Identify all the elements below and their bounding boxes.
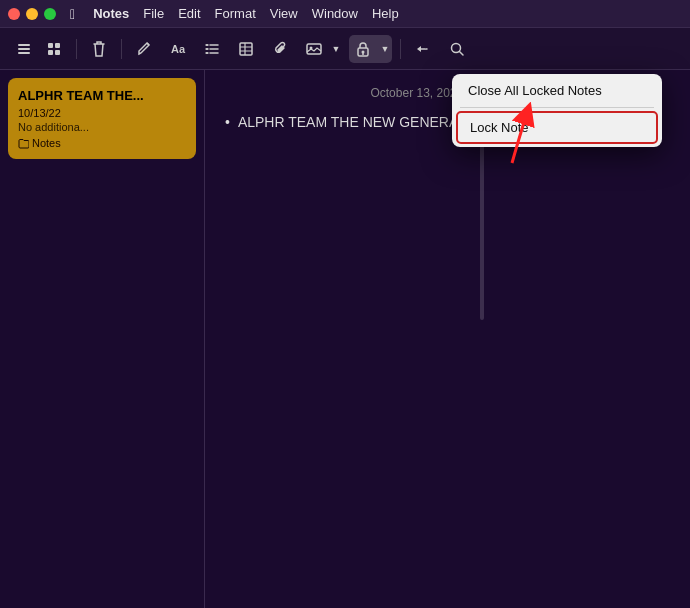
lock-button-group[interactable]: ▼ [349, 35, 392, 63]
view-buttons [10, 35, 68, 63]
titlebar:  Notes File Edit Format View Window Hel… [0, 0, 690, 28]
svg-rect-6 [55, 50, 60, 55]
note-list-item[interactable]: ALPHR TEAM THE... 10/13/22 No additiona.… [8, 78, 196, 159]
toolbar-separator-3 [400, 39, 401, 59]
traffic-lights [8, 8, 56, 20]
format-button[interactable]: Aa [164, 35, 192, 63]
toolbar-separator-1 [76, 39, 77, 59]
list-view-button[interactable] [10, 35, 38, 63]
close-button[interactable] [8, 8, 20, 20]
svg-rect-1 [18, 48, 30, 50]
main-area: ALPHR TEAM THE... 10/13/22 No additiona.… [0, 70, 690, 608]
sidebar-scrollbar[interactable] [480, 120, 484, 320]
sidebar: ALPHR TEAM THE... 10/13/22 No additiona.… [0, 70, 205, 608]
apple-logo-icon:  [70, 6, 75, 22]
note-preview: No additiona... [18, 121, 186, 133]
delete-button[interactable] [85, 35, 113, 63]
minimize-button[interactable] [26, 8, 38, 20]
svg-rect-2 [18, 52, 30, 54]
menu-view[interactable]: View [270, 6, 298, 21]
more-button[interactable] [409, 35, 437, 63]
toolbar: Aa ▼ [0, 28, 690, 70]
lock-note-item[interactable]: Lock Note [456, 111, 658, 144]
menu-bar:  Notes File Edit Format View Window Hel… [70, 6, 399, 22]
svg-rect-5 [48, 50, 53, 55]
svg-rect-10 [240, 43, 252, 55]
note-date: 10/13/22 [18, 107, 186, 119]
media-dropdown-button[interactable]: ▼ [329, 35, 343, 63]
close-all-locked-notes-item[interactable]: Close All Locked Notes [452, 74, 662, 107]
lock-dropdown-button[interactable]: ▼ [378, 35, 392, 63]
svg-point-7 [206, 44, 208, 46]
table-button[interactable] [232, 35, 260, 63]
bullet-point: • [225, 114, 230, 130]
menu-window[interactable]: Window [312, 6, 358, 21]
dropdown-separator [460, 107, 654, 108]
note-content-area: October 13, 2022 at 5:22 PM • ALPHR TEAM… [205, 70, 690, 608]
new-note-button[interactable] [130, 35, 158, 63]
note-title: ALPHR TEAM THE... [18, 88, 186, 103]
lock-dropdown-menu: Close All Locked Notes Lock Note [452, 74, 662, 147]
search-button[interactable] [443, 35, 471, 63]
menu-format[interactable]: Format [215, 6, 256, 21]
maximize-button[interactable] [44, 8, 56, 20]
gallery-view-button[interactable] [40, 35, 68, 63]
attachment-button[interactable] [266, 35, 294, 63]
menu-edit[interactable]: Edit [178, 6, 200, 21]
toolbar-separator-2 [121, 39, 122, 59]
media-button[interactable] [300, 35, 328, 63]
checklist-button[interactable] [198, 35, 226, 63]
menu-notes[interactable]: Notes [93, 6, 129, 21]
media-button-group[interactable]: ▼ [300, 35, 343, 63]
svg-point-9 [206, 52, 208, 54]
menu-file[interactable]: File [143, 6, 164, 21]
menu-help[interactable]: Help [372, 6, 399, 21]
svg-rect-0 [18, 44, 30, 46]
svg-rect-3 [48, 43, 53, 48]
lock-button[interactable] [349, 35, 377, 63]
svg-point-8 [206, 48, 208, 50]
svg-rect-4 [55, 43, 60, 48]
note-folder: Notes [18, 137, 186, 149]
